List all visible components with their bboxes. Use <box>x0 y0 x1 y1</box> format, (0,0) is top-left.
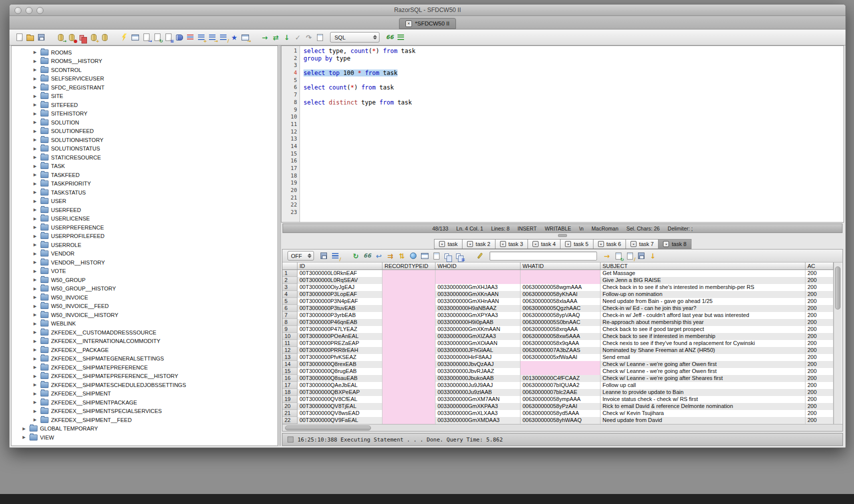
cell-recordtypeid[interactable] <box>382 389 436 396</box>
sql-mode-select[interactable]: SQL <box>330 32 380 42</box>
cell-whoid[interactable]: 0033000000GmXKPAA3 <box>436 403 520 410</box>
copy-connection-icon[interactable] <box>78 32 88 42</box>
cell-recordtypeid[interactable] <box>382 361 436 368</box>
expand-icon[interactable]: ▶ <box>34 182 40 186</box>
cell-whatid[interactable]: 0013000000C4fFCAAZ <box>520 375 600 382</box>
tree-item-site[interactable]: ▶SITE <box>12 92 278 101</box>
close-tab-icon[interactable]: × <box>598 241 604 247</box>
expand-icon[interactable]: ▶ <box>34 216 40 221</box>
forward-icon[interactable]: → <box>260 32 270 42</box>
expand-icon[interactable]: ▶ <box>34 208 40 212</box>
tree-item-solutionhistory[interactable]: ▶SOLUTIONHISTORY <box>12 136 278 144</box>
tree-item-solutionfeed[interactable]: ▶SOLUTIONFEED <box>12 127 278 136</box>
cell-whoid[interactable]: 0033000000GmXLXAA3 <box>436 410 520 417</box>
expand-icon[interactable]: ▶ <box>34 409 40 414</box>
expand-icon[interactable]: ▶ <box>34 155 40 160</box>
open-file-icon[interactable] <box>26 32 35 42</box>
tree-item-sfdc_registrant[interactable]: ▶SFDC_REGISTRANT <box>12 83 278 92</box>
tree-item-sitefeed[interactable]: ▶SITEFEED <box>12 100 278 110</box>
cell-whatid[interactable] <box>520 368 600 375</box>
row-number-cell[interactable]: 3 <box>282 284 298 291</box>
expand-icon[interactable]: ▶ <box>34 348 40 352</box>
expand-icon[interactable]: ▶ <box>34 312 40 317</box>
tree-item-zkfedex__shipmatepreference[interactable]: ▶ZKFEDEX__SHIPMATEPREFERENCE <box>12 363 278 372</box>
tree-item-userfeed[interactable]: ▶USERFEED <box>12 206 278 214</box>
tree-item-userrole[interactable]: ▶USERROLE <box>12 240 278 250</box>
cell-recordtypeid[interactable] <box>382 368 436 375</box>
cell-whoid[interactable]: 0033000000JFhGlAAL <box>436 347 520 354</box>
tree-item-zkfedex__shipmatepreference__history[interactable]: ▶ZKFEDEX__SHIPMATEPREFERENCE__HISTORY <box>12 372 278 381</box>
expand-icon[interactable]: ▶ <box>34 252 40 256</box>
db-script-icon[interactable]: ≡ <box>164 32 173 42</box>
save-results-icon[interactable] <box>319 251 328 260</box>
row-number-cell[interactable]: 8 <box>282 319 298 326</box>
expand-icon[interactable]: ▶ <box>34 164 40 168</box>
row-number-cell[interactable]: 18 <box>282 389 298 396</box>
go-arrow-icon[interactable]: → <box>602 251 612 260</box>
row-number-cell[interactable]: 21 <box>282 410 298 417</box>
edit-notes-icon[interactable]: / <box>625 251 634 260</box>
cell-ac[interactable]: 200 <box>806 291 834 298</box>
cell-subject[interactable]: Check-in w/ Jeff - couldn't afford last … <box>600 312 806 319</box>
sql-editor[interactable]: 1234567891011121314151617181920212223 se… <box>281 46 844 222</box>
cell-whoid[interactable]: 0033000000GmXHnAAN <box>436 298 520 305</box>
expand-icon[interactable]: ▶ <box>34 269 40 274</box>
refresh-table-icon[interactable]: ↻ <box>152 32 162 42</box>
sql-code-area[interactable]: select type, count(*) from taskgroup by … <box>300 46 844 222</box>
tree-item-w50_group__history[interactable]: ▶W50_GROUP__HISTORY <box>12 284 278 294</box>
cell-id[interactable]: 00T3000000OiyJgEAJ <box>298 284 382 291</box>
title-bar[interactable]: RazorSQL - SFDCW50 II <box>10 4 846 16</box>
reference-book-icon[interactable] <box>174 32 184 42</box>
cell-recordtypeid[interactable] <box>382 284 436 291</box>
row-limit-select[interactable]: OFF <box>288 251 314 260</box>
cell-recordtypeid[interactable] <box>382 403 436 410</box>
cell-whoid[interactable]: 0033000000H9i0pAAB <box>436 319 520 326</box>
sql-mode-stepper-icon[interactable] <box>372 34 378 41</box>
expand-icon[interactable]: ▶ <box>34 225 40 230</box>
favorites-star-icon[interactable]: ★ <box>230 32 239 42</box>
tree-item-userprofilefeed[interactable]: ▶USERPROFILEFEED <box>12 232 278 241</box>
undo-icon[interactable]: ↷ <box>304 32 314 42</box>
cell-whoid[interactable] <box>436 270 520 277</box>
tree-item-zkfedex__internationalcommodity[interactable]: ▶ZKFEDEX__INTERNATIONALCOMMODITY <box>12 337 278 346</box>
close-tab-icon[interactable]: × <box>663 241 669 247</box>
cell-whatid[interactable]: 00630000005S0bnAAC <box>520 319 600 326</box>
grip-handle-icon[interactable] <box>558 234 567 237</box>
horizontal-scrollbar-thumb[interactable] <box>285 426 371 430</box>
cell-recordtypeid[interactable] <box>382 410 436 417</box>
cell-ac[interactable]: 200 <box>806 347 834 354</box>
tree-item-zkfedex__customaddresssource[interactable]: ▶ZKFEDEX__CUSTOMADDRESSSOURCE <box>12 328 278 337</box>
cell-subject[interactable]: Invoice status check - check w/ RS first <box>600 396 806 403</box>
expand-icon[interactable]: ▶ <box>34 120 40 124</box>
close-tab-icon[interactable]: × <box>500 241 506 247</box>
swap-arrows-icon[interactable]: ⇄ <box>271 32 280 42</box>
column-header-whoid[interactable]: WHOID <box>436 262 520 270</box>
row-number-cell[interactable]: 5 <box>282 298 298 305</box>
tree-item-w50_invoice__history[interactable]: ▶W50_INVOICE__HISTORY <box>12 310 278 320</box>
cell-ac[interactable]: 200 <box>806 368 834 375</box>
cell-id[interactable]: 00T3000000Q8rugEAB <box>298 368 382 375</box>
cell-id[interactable]: 00T3000000P47LYEAZ <box>298 326 382 333</box>
fetch-down-icon[interactable]: ↓ <box>282 32 292 42</box>
quotes-66-icon[interactable]: 66 <box>385 32 394 42</box>
cell-recordtypeid[interactable] <box>382 382 436 389</box>
expand-icon[interactable]: ▶ <box>34 94 40 98</box>
expand-icon[interactable]: ▶ <box>34 286 40 291</box>
cell-whoid[interactable]: 0033000000GmXOiAAN <box>436 340 520 347</box>
tree-item-view[interactable]: ▶VIEW <box>12 433 278 442</box>
row-number-cell[interactable]: 10 <box>282 333 298 340</box>
cell-id[interactable]: 00T3000000QV8CfEAL <box>298 396 382 403</box>
tree-item-sitehistory[interactable]: ▶SITEHISTORY <box>12 110 278 118</box>
refresh-results-icon[interactable]: ↻ <box>351 251 360 260</box>
cell-id[interactable]: 00T3000000L0RknEAF <box>298 270 382 277</box>
close-tab-icon[interactable]: × <box>532 241 538 247</box>
cell-ac[interactable]: 200 <box>806 417 834 424</box>
cell-ac[interactable]: 200 <box>806 340 834 347</box>
export-table-icon[interactable]: → <box>142 32 151 42</box>
cell-id[interactable]: 00T3000000QBXPeEAP <box>298 389 382 396</box>
cell-whoid[interactable]: 0033000000GmXIZAA3 <box>436 333 520 340</box>
tree-item-w50_group[interactable]: ▶W50_GROUP <box>12 276 278 284</box>
validate-check-icon[interactable]: ✓ <box>293 32 302 42</box>
results-search-input[interactable] <box>490 252 597 260</box>
filter-results-icon[interactable]: / <box>330 251 340 260</box>
